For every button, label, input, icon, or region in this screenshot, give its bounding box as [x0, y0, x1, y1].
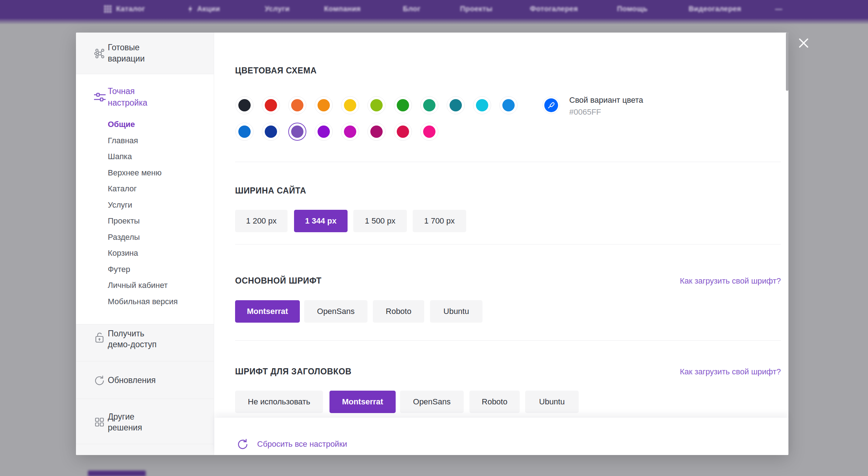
color-swatch[interactable]	[394, 96, 412, 114]
eyedropper-icon	[547, 101, 555, 109]
swatch-dot	[291, 99, 303, 111]
nav-item-promos[interactable]: Акции	[188, 5, 220, 13]
heading-font-ubuntu[interactable]: Ubuntu	[525, 391, 579, 413]
custom-color-label: Свой вариант цвета	[569, 95, 643, 105]
reset-icon	[236, 438, 249, 451]
color-swatch[interactable]	[420, 96, 438, 114]
section-title-color-scheme: ЦВЕТОВАЯ СХЕМА	[235, 66, 317, 76]
spark-icon	[188, 5, 193, 13]
sidebar-bottom-section: Получить демо-доступ Обновления Другие	[76, 324, 214, 455]
color-swatch[interactable]	[262, 96, 280, 114]
divider	[235, 162, 781, 162]
color-swatch[interactable]	[394, 123, 412, 141]
nav-item-help[interactable]: Помощь	[617, 5, 648, 13]
nav-item-label: Видеогалерея	[689, 5, 741, 13]
close-button[interactable]	[796, 36, 811, 50]
nav-item-services[interactable]: Услуги	[265, 5, 290, 13]
sidebar-subitem[interactable]: Шапка	[108, 149, 178, 165]
color-swatch[interactable]	[447, 96, 465, 114]
nav-item-label: Услуги	[265, 5, 290, 13]
heading-font-none[interactable]: Не использовать	[235, 391, 323, 413]
settings-modal: Готовые вариации Точная настройка Общие …	[76, 33, 788, 455]
swatch-dot	[238, 99, 251, 111]
sidebar-item-label-line: Получить	[108, 328, 157, 339]
custom-color-dot	[544, 98, 558, 112]
heading-font-roboto[interactable]: Roboto	[469, 391, 520, 413]
heading-font-opensans[interactable]: OpenSans	[400, 391, 464, 413]
nav-item-photogallery[interactable]: Фотогалерея	[530, 5, 578, 13]
refresh-icon	[93, 374, 106, 387]
heading-font-montserrat-selected[interactable]: Montserrat	[329, 391, 396, 413]
sidebar-subitem[interactable]: Личный кабинет	[108, 277, 178, 294]
swatch-dot	[370, 126, 383, 138]
reset-all-button[interactable]: Сбросить все настройки	[236, 438, 347, 451]
color-swatch[interactable]	[288, 96, 306, 114]
nav-item-videogallery[interactable]: Видеогалерея	[689, 5, 741, 13]
divider	[235, 340, 781, 341]
sidebar-item-label: Обновления	[108, 375, 156, 386]
sidebar-item-demo-access[interactable]: Получить демо-доступ	[76, 324, 214, 361]
sidebar-subitem[interactable]: Верхнее меню	[108, 165, 178, 181]
sidebar-subitem[interactable]: Разделы	[108, 229, 178, 246]
nav-item-label: Блог	[403, 5, 421, 13]
width-option-1700[interactable]: 1 700 px	[413, 210, 466, 232]
swatch-dot	[344, 99, 356, 111]
sidebar-subitem[interactable]: Услуги	[108, 197, 178, 213]
color-swatch[interactable]	[367, 96, 386, 114]
sliders-icon	[93, 90, 106, 103]
main-font-ubuntu[interactable]: Ubuntu	[430, 300, 482, 323]
swatch-dot	[318, 126, 330, 138]
main-font-montserrat-selected[interactable]: Montserrat	[235, 300, 300, 323]
swatch-dot	[397, 126, 409, 138]
modal-content: ЦВЕТОВАЯ СХЕМА Свой вариант цвета	[214, 33, 788, 455]
sidebar-subitem[interactable]: Футер	[108, 262, 178, 278]
color-swatch[interactable]	[420, 123, 438, 141]
sidebar-item-label-line: демо-доступ	[108, 339, 157, 350]
sidebar-item-updates[interactable]: Обновления	[76, 361, 214, 399]
width-option-1200[interactable]: 1 200 px	[235, 210, 288, 232]
color-swatch[interactable]	[341, 96, 359, 114]
sidebar-subitem[interactable]: Главная	[108, 133, 178, 149]
swatch-dot	[344, 126, 356, 138]
sidebar-subitem[interactable]: Мобильная версия	[108, 294, 178, 310]
sidebar-subitem[interactable]: Корзина	[108, 245, 178, 262]
color-swatch-selected[interactable]	[288, 123, 306, 141]
sidebar-subitem-general[interactable]: Общие	[108, 116, 178, 133]
sidebar-item-label-line: Готовые	[108, 42, 145, 53]
nav-item-projects[interactable]: Проекты	[460, 5, 493, 13]
main-font-opensans[interactable]: OpenSans	[304, 300, 367, 323]
section-title-heading-font: ШРИФТ ДЛЯ ЗАГОЛОВКОВ	[235, 367, 352, 377]
width-option-1500[interactable]: 1 500 px	[353, 210, 407, 232]
color-swatch[interactable]	[367, 123, 386, 141]
sidebar-item-ready-variations[interactable]: Готовые вариации	[76, 33, 214, 74]
nav-item-more[interactable]: —	[775, 5, 782, 13]
color-swatch[interactable]	[341, 123, 359, 141]
color-swatch[interactable]	[262, 123, 280, 141]
nav-item-label: Каталог	[116, 5, 145, 13]
color-swatch[interactable]	[235, 123, 254, 141]
sidebar-item-label-line: вариации	[108, 53, 145, 64]
color-swatch[interactable]	[499, 96, 518, 114]
color-swatch[interactable]	[473, 96, 491, 114]
sidebar-subitem[interactable]: Проекты	[108, 213, 178, 229]
swatch-dot	[476, 99, 488, 111]
upload-font-link[interactable]: Как загрузить свой шрифт?	[680, 276, 781, 286]
upload-font-link[interactable]: Как загрузить свой шрифт?	[680, 367, 781, 377]
sidebar-subitem[interactable]: Каталог	[108, 181, 178, 197]
sidebar-item-other-solutions[interactable]: Другие решения	[76, 399, 214, 444]
nav-item-label: Фотогалерея	[530, 5, 578, 13]
sidebar-subnav: Общие Главная Шапка Верхнее меню Каталог…	[108, 116, 178, 310]
custom-color-button[interactable]	[542, 97, 560, 114]
nav-item-blog[interactable]: Блог	[403, 5, 421, 13]
swatch-dot	[423, 126, 435, 138]
nav-item-catalog[interactable]: Каталог	[104, 5, 145, 13]
swatch-dot	[265, 99, 277, 111]
nav-item-label: Акции	[197, 5, 220, 13]
color-swatch[interactable]	[235, 96, 254, 114]
nav-item-company[interactable]: Компания	[324, 5, 361, 13]
color-swatch[interactable]	[315, 96, 333, 114]
swatch-dot	[423, 99, 435, 111]
color-swatch[interactable]	[315, 123, 333, 141]
width-option-1344-selected[interactable]: 1 344 px	[294, 210, 348, 232]
main-font-roboto[interactable]: Roboto	[373, 300, 424, 323]
